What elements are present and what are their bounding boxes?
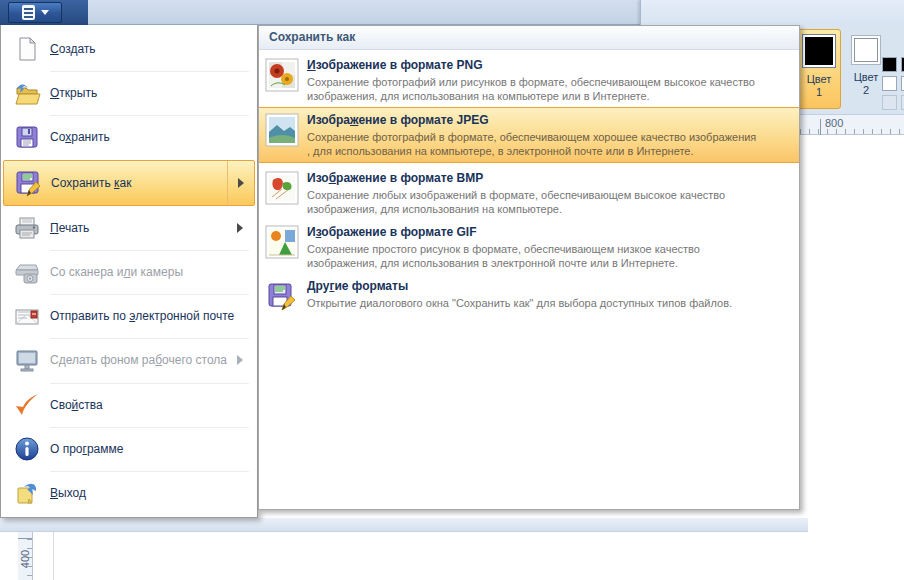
menu-item-about[interactable]: О программе bbox=[3, 427, 255, 471]
new-document-icon bbox=[13, 35, 41, 63]
palette-swatch-black[interactable] bbox=[882, 57, 897, 72]
horizontal-ruler-label: 800 bbox=[825, 117, 843, 129]
exit-icon bbox=[13, 479, 41, 507]
title-bar bbox=[0, 0, 904, 25]
submenu-header: Сохранить как bbox=[259, 26, 799, 50]
menu-item-open[interactable]: Открыть bbox=[3, 71, 255, 115]
open-folder-icon bbox=[13, 79, 41, 107]
submenu-arrow-icon bbox=[237, 223, 243, 233]
color-palette bbox=[882, 57, 904, 110]
paint-menu-button[interactable] bbox=[8, 2, 62, 23]
jpeg-image-icon bbox=[265, 113, 299, 147]
submenu-item-gif[interactable]: Изображение в формате GIF Сохранение про… bbox=[259, 220, 799, 274]
menu-item-save[interactable]: Сохранить bbox=[3, 115, 255, 159]
submenu-item-bmp[interactable]: Изображение в формате BMP Сохранение люб… bbox=[259, 166, 799, 220]
menu-item-properties[interactable]: Свойства bbox=[3, 383, 255, 427]
color2-swatch bbox=[854, 38, 878, 62]
submenu-item-desc: изображения, для использования в электро… bbox=[307, 256, 700, 270]
menu-item-label: Открыть bbox=[50, 86, 97, 100]
png-image-icon bbox=[265, 58, 299, 92]
submenu-item-jpeg[interactable]: Изображение в формате JPEG Сохранение фо… bbox=[259, 107, 799, 163]
submenu-item-desc: Сохранение фотографий в формате, обеспеч… bbox=[307, 130, 756, 144]
menu-item-from-scanner: Со сканера или камеры bbox=[3, 250, 255, 294]
file-menu: Создать Открыть Сохранить Сохранить как bbox=[0, 25, 258, 518]
menu-item-label: Сохранить bbox=[50, 130, 110, 144]
menu-item-label: Сделать фоном рабочего стола bbox=[50, 353, 227, 367]
submenu-item-title: Изображение в формате BMP bbox=[307, 171, 725, 185]
submenu-item-desc: Сохранение любых изображений в формате, … bbox=[307, 188, 725, 202]
save-as-icon bbox=[14, 169, 42, 197]
submenu-item-desc: изображения, для использования на компью… bbox=[307, 89, 755, 103]
paint-window: Цвет1 Цвет2 800 400 bbox=[0, 0, 904, 580]
palette-swatch-white[interactable] bbox=[882, 76, 897, 91]
submenu-item-png[interactable]: Изображение в формате PNG Сохранение фот… bbox=[259, 53, 799, 107]
menu-item-label: Сохранить как bbox=[51, 176, 131, 190]
submenu-item-desc: Открытие диалогового окна "Сохранить как… bbox=[307, 296, 732, 310]
color1-button[interactable]: Цвет1 bbox=[797, 29, 841, 109]
submenu-item-title: Другие форматы bbox=[307, 279, 732, 293]
printer-icon bbox=[13, 214, 41, 242]
canvas-edge-line bbox=[53, 532, 54, 580]
menu-item-new[interactable]: Создать bbox=[3, 27, 255, 71]
submenu-arrow-icon bbox=[238, 178, 244, 188]
submenu-item-other-formats[interactable]: Другие форматы Открытие диалогового окна… bbox=[259, 274, 799, 317]
menu-item-label: Со сканера или камеры bbox=[50, 265, 183, 279]
gif-image-icon bbox=[265, 225, 299, 259]
submenu-item-desc: изображения, для использования на компью… bbox=[307, 202, 725, 216]
submenu-item-title: Изображение в формате GIF bbox=[307, 225, 700, 239]
submenu-item-title: Изображение в формате PNG bbox=[307, 58, 755, 72]
other-formats-icon bbox=[265, 279, 299, 313]
menu-list-icon bbox=[22, 5, 35, 20]
submenu-arrow-box bbox=[227, 161, 254, 205]
menu-item-label: Выход bbox=[50, 486, 86, 500]
color2-button[interactable]: Цвет2 bbox=[846, 29, 886, 109]
checkmark-icon bbox=[13, 391, 41, 419]
menu-item-label: О программе bbox=[50, 442, 123, 456]
vertical-ruler-label: 400 bbox=[19, 548, 31, 570]
menu-item-save-as[interactable]: Сохранить как bbox=[3, 160, 255, 206]
info-icon bbox=[13, 435, 41, 463]
color2-label: Цвет2 bbox=[854, 71, 879, 97]
menu-item-label: Печать bbox=[50, 221, 89, 235]
save-as-submenu: Сохранить как Изображение в формате PNG … bbox=[258, 25, 800, 510]
bmp-image-icon bbox=[265, 171, 299, 205]
menu-item-exit[interactable]: Выход bbox=[3, 471, 255, 515]
submenu-item-desc: Сохранение простого рисунок в формате, о… bbox=[307, 242, 700, 256]
menu-item-print[interactable]: Печать bbox=[3, 206, 255, 250]
email-icon bbox=[13, 302, 41, 330]
color1-swatch bbox=[803, 35, 835, 67]
titlebar-right-section bbox=[640, 0, 904, 25]
menu-item-label: Свойства bbox=[50, 398, 103, 412]
desktop-background-icon bbox=[13, 346, 41, 374]
submenu-arrow-icon bbox=[237, 355, 243, 365]
ruler-major-tick bbox=[18, 538, 32, 539]
menu-item-send-email[interactable]: Отправить по электронной почте bbox=[3, 294, 255, 338]
menu-item-label: Отправить по электронной почте bbox=[50, 309, 234, 323]
menu-item-label: Создать bbox=[50, 42, 96, 56]
scanner-camera-icon bbox=[13, 258, 41, 286]
save-icon bbox=[13, 123, 41, 151]
submenu-item-desc: Сохранение фотографий или рисунков в фор… bbox=[307, 75, 755, 89]
menu-item-set-desktop-background: Сделать фоном рабочего стола bbox=[3, 338, 255, 382]
chevron-down-icon bbox=[41, 10, 49, 15]
color1-label: Цвет1 bbox=[807, 73, 832, 99]
menu-bottom-band bbox=[0, 518, 808, 532]
palette-swatch-empty[interactable] bbox=[882, 95, 897, 110]
submenu-item-desc: , для использования на компьютере, в эле… bbox=[307, 144, 756, 158]
submenu-item-title: Изображение в формате JPEG bbox=[307, 113, 756, 127]
